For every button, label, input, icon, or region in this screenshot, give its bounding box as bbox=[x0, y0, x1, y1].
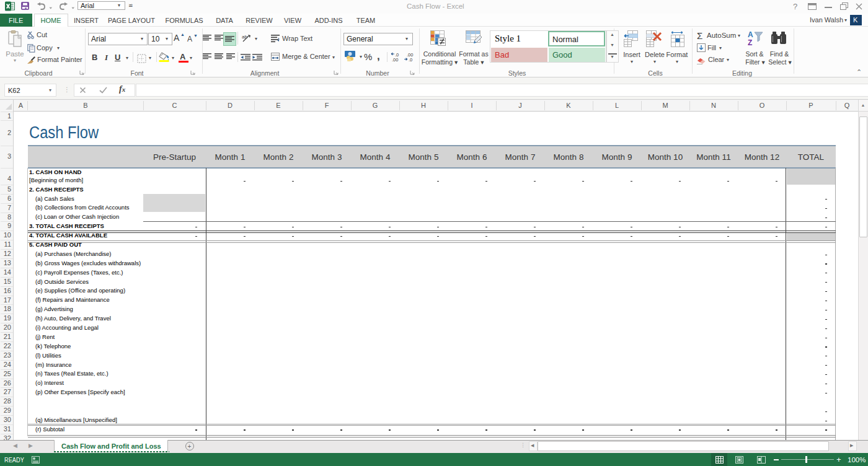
svg-text:.00: .00 bbox=[392, 57, 398, 62]
svg-text:Z: Z bbox=[748, 38, 752, 47]
svg-text:.0: .0 bbox=[409, 57, 412, 62]
svg-text:ab: ab bbox=[242, 34, 247, 40]
svg-text:A: A bbox=[748, 30, 753, 39]
